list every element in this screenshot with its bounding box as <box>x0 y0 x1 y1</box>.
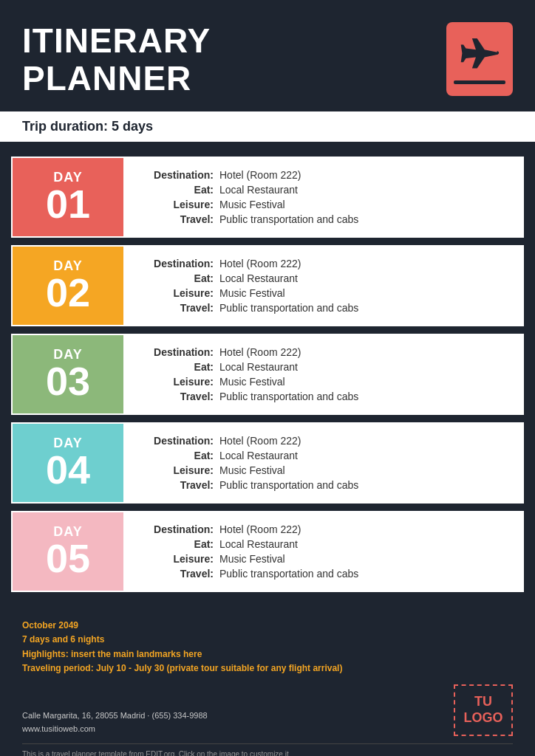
day-number: 05 <box>46 538 90 578</box>
day-row: DAY 01 Destination: Hotel (Room 222) Eat… <box>11 157 524 238</box>
day-item: Travel: Public transportation and cabs <box>138 391 508 402</box>
day-item: Eat: Local Restaurant <box>138 450 508 461</box>
day-item-value: Local Restaurant <box>219 184 298 196</box>
day-row: DAY 04 Destination: Hotel (Room 222) Eat… <box>11 422 524 504</box>
footer: October 2049 7 days and 6 nights Highlig… <box>0 607 535 756</box>
day-number: 03 <box>46 361 90 401</box>
day-item: Leisure: Music Festival <box>138 199 508 210</box>
day-item-label: Travel: <box>138 568 219 580</box>
day-label-1: DAY 01 <box>13 158 123 236</box>
day-row: DAY 05 Destination: Hotel (Room 222) Eat… <box>11 511 524 592</box>
day-item: Eat: Local Restaurant <box>138 361 508 373</box>
day-item-label: Travel: <box>138 213 219 225</box>
trip-duration-bar: Trip duration: 5 days <box>0 111 535 142</box>
day-content-5: Destination: Hotel (Room 222) Eat: Local… <box>123 512 522 591</box>
plane-logo-underline <box>454 80 505 84</box>
day-item: Leisure: Music Festival <box>138 464 508 476</box>
day-item-label: Leisure: <box>138 464 219 476</box>
day-item-label: Eat: <box>138 361 219 373</box>
day-number: 01 <box>46 184 90 224</box>
page-title: ITINERARY PLANNER <box>22 22 211 97</box>
day-row: DAY 03 Destination: Hotel (Room 222) Eat… <box>11 334 524 415</box>
day-item-value: Local Restaurant <box>219 538 298 550</box>
day-content-2: Destination: Hotel (Room 222) Eat: Local… <box>123 247 522 325</box>
day-item-value: Hotel (Room 222) <box>219 169 301 181</box>
day-label-4: DAY 04 <box>13 424 123 502</box>
day-item-value: Music Festival <box>219 287 285 299</box>
day-item-label: Destination: <box>138 169 219 181</box>
day-item-label: Eat: <box>138 184 219 196</box>
day-item: Travel: Public transportation and cabs <box>138 568 508 580</box>
day-item: Destination: Hotel (Room 222) <box>138 346 508 358</box>
day-item-label: Destination: <box>138 346 219 358</box>
day-item: Travel: Public transportation and cabs <box>138 479 508 491</box>
day-item-value: Hotel (Room 222) <box>219 435 301 447</box>
day-number: 02 <box>46 272 90 312</box>
day-item-value: Music Festival <box>219 553 285 565</box>
day-item-label: Travel: <box>138 302 219 314</box>
footer-logo-text: TU LOGO <box>464 694 503 726</box>
day-item-value: Public transportation and cabs <box>219 568 358 580</box>
day-item-value: Music Festival <box>219 199 285 210</box>
footer-contact: Calle Margarita, 16, 28055 Madrid · (655… <box>22 684 513 736</box>
day-item-value: Hotel (Room 222) <box>219 523 301 535</box>
day-item: Leisure: Music Festival <box>138 553 508 565</box>
day-item-label: Leisure: <box>138 287 219 299</box>
day-item: Destination: Hotel (Room 222) <box>138 258 508 269</box>
day-item: Eat: Local Restaurant <box>138 184 508 196</box>
day-item-value: Hotel (Room 222) <box>219 258 301 269</box>
day-item: Eat: Local Restaurant <box>138 272 508 284</box>
day-item: Destination: Hotel (Room 222) <box>138 435 508 447</box>
day-item-value: Music Festival <box>219 376 285 388</box>
day-number: 04 <box>46 450 90 489</box>
footer-highlights: October 2049 7 days and 6 nights Highlig… <box>22 619 513 676</box>
footer-logo-box: TU LOGO <box>454 684 513 736</box>
days-container: DAY 01 Destination: Hotel (Room 222) Eat… <box>0 142 535 607</box>
day-item-value: Music Festival <box>219 464 285 476</box>
plane-logo-icon <box>446 22 513 96</box>
day-label-5: DAY 05 <box>13 512 123 591</box>
day-label-3: DAY 03 <box>13 335 123 413</box>
day-item-value: Public transportation and cabs <box>219 302 358 314</box>
trip-duration-label: Trip duration: 5 days <box>22 119 153 134</box>
day-item: Destination: Hotel (Room 222) <box>138 523 508 535</box>
day-item-value: Local Restaurant <box>219 361 298 373</box>
day-item-label: Leisure: <box>138 376 219 388</box>
day-item: Destination: Hotel (Room 222) <box>138 169 508 181</box>
day-item: Leisure: Music Festival <box>138 376 508 388</box>
footer-bottom-text: This is a travel planner template from E… <box>22 743 513 756</box>
day-item: Travel: Public transportation and cabs <box>138 213 508 225</box>
day-item-value: Local Restaurant <box>219 450 298 461</box>
day-item-label: Eat: <box>138 272 219 284</box>
day-item-value: Public transportation and cabs <box>219 213 358 225</box>
day-item-label: Destination: <box>138 435 219 447</box>
day-item-value: Local Restaurant <box>219 272 298 284</box>
day-content-3: Destination: Hotel (Room 222) Eat: Local… <box>123 335 522 413</box>
day-item: Eat: Local Restaurant <box>138 538 508 550</box>
day-item-label: Travel: <box>138 479 219 491</box>
day-row: DAY 02 Destination: Hotel (Room 222) Eat… <box>11 245 524 326</box>
day-item-label: Leisure: <box>138 553 219 565</box>
day-item: Leisure: Music Festival <box>138 287 508 299</box>
day-item-value: Public transportation and cabs <box>219 391 358 402</box>
day-item-label: Leisure: <box>138 199 219 210</box>
day-item-label: Eat: <box>138 450 219 461</box>
day-item-value: Hotel (Room 222) <box>219 346 301 358</box>
day-item-label: Travel: <box>138 391 219 402</box>
page: ITINERARY PLANNER Trip duration: 5 days … <box>0 0 535 756</box>
header: ITINERARY PLANNER <box>0 0 535 111</box>
day-item-label: Destination: <box>138 258 219 269</box>
day-item-label: Destination: <box>138 523 219 535</box>
footer-contact-info: Calle Margarita, 16, 28055 Madrid · (655… <box>22 709 208 736</box>
day-item-value: Public transportation and cabs <box>219 479 358 491</box>
day-content-4: Destination: Hotel (Room 222) Eat: Local… <box>123 424 522 502</box>
day-label-2: DAY 02 <box>13 247 123 325</box>
airplane-icon <box>460 35 500 75</box>
day-content-1: Destination: Hotel (Room 222) Eat: Local… <box>123 158 522 236</box>
day-item-label: Eat: <box>138 538 219 550</box>
day-item: Travel: Public transportation and cabs <box>138 302 508 314</box>
